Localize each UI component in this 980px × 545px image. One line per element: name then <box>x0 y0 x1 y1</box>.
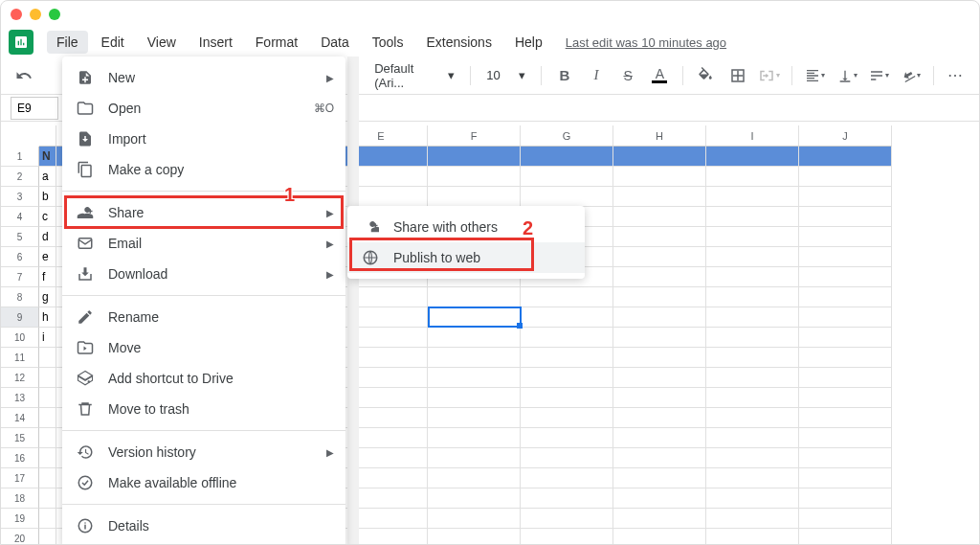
col-header[interactable]: F <box>428 125 521 147</box>
row-header[interactable]: 4 <box>1 207 39 227</box>
italic-button[interactable]: I <box>583 62 609 89</box>
row-header[interactable]: 15 <box>1 428 39 448</box>
cell[interactable] <box>521 509 613 529</box>
cell[interactable] <box>613 408 706 428</box>
row-header[interactable]: 17 <box>1 468 39 488</box>
menu-add-shortcut[interactable]: Add shortcut to Drive <box>62 363 345 394</box>
cell[interactable] <box>706 187 799 207</box>
row-header[interactable]: 3 <box>1 187 39 207</box>
cell[interactable] <box>706 348 799 368</box>
cell[interactable] <box>799 348 892 368</box>
cell[interactable] <box>799 488 892 509</box>
cell[interactable] <box>613 307 706 328</box>
cell[interactable] <box>521 488 613 509</box>
menu-insert[interactable]: Insert <box>189 31 242 54</box>
cell[interactable] <box>799 307 892 328</box>
cell[interactable] <box>521 328 613 348</box>
cell[interactable] <box>706 267 799 287</box>
cell[interactable] <box>706 408 799 428</box>
cell[interactable] <box>521 428 613 448</box>
cell[interactable] <box>39 509 56 529</box>
cell[interactable] <box>613 227 706 247</box>
minimize-window-button[interactable] <box>30 9 41 20</box>
row-header[interactable]: 2 <box>1 167 39 187</box>
merge-button[interactable]: ▾ <box>756 62 782 89</box>
cell[interactable] <box>39 368 56 388</box>
cell[interactable] <box>799 207 892 227</box>
cell[interactable] <box>706 167 799 187</box>
menu-new[interactable]: New▶ <box>62 62 345 93</box>
submenu-share-others[interactable]: Share with others <box>347 212 585 242</box>
cell[interactable] <box>428 348 521 368</box>
cell[interactable]: d <box>39 227 56 247</box>
cell[interactable] <box>613 147 706 167</box>
cell[interactable] <box>799 328 892 348</box>
font-selector[interactable]: Default (Ari... ▾ <box>368 61 460 90</box>
cell[interactable] <box>613 509 706 529</box>
wrap-button[interactable]: ▾ <box>866 62 892 89</box>
font-size-selector[interactable]: 10 ▾ <box>480 68 531 82</box>
row-header[interactable]: 12 <box>1 368 39 388</box>
cell[interactable] <box>613 247 706 267</box>
col-header[interactable]: G <box>521 125 613 147</box>
cell[interactable]: i <box>39 328 56 348</box>
menu-make-copy[interactable]: Make a copy <box>62 154 345 185</box>
cell[interactable] <box>428 448 521 468</box>
cell[interactable] <box>39 348 56 368</box>
cell[interactable] <box>613 529 706 545</box>
cell[interactable] <box>706 368 799 388</box>
menu-version-history[interactable]: Version history▶ <box>62 437 345 467</box>
cell[interactable] <box>799 267 892 287</box>
cell[interactable] <box>613 388 706 408</box>
cell[interactable]: N <box>39 147 56 167</box>
cell[interactable] <box>39 388 56 408</box>
cell[interactable] <box>39 408 56 428</box>
halign-button[interactable]: ▾ <box>802 62 828 89</box>
cell[interactable] <box>799 468 892 488</box>
close-window-button[interactable] <box>11 9 22 20</box>
cell[interactable] <box>428 287 521 307</box>
more-button[interactable]: ⋯ <box>944 62 969 89</box>
cell[interactable] <box>521 368 613 388</box>
maximize-window-button[interactable] <box>49 9 60 20</box>
col-header[interactable]: H <box>613 125 706 147</box>
cell[interactable] <box>428 428 521 448</box>
menu-rename[interactable]: Rename <box>62 302 345 332</box>
bold-button[interactable]: B <box>551 62 577 89</box>
cell[interactable] <box>428 529 521 545</box>
cell[interactable] <box>39 468 56 488</box>
cell[interactable] <box>799 167 892 187</box>
menu-offline[interactable]: Make available offline <box>62 467 345 498</box>
row-header[interactable]: 16 <box>1 448 39 468</box>
menu-file[interactable]: File <box>47 31 88 54</box>
cell[interactable]: g <box>39 287 56 307</box>
row-header[interactable]: 8 <box>1 287 39 307</box>
cell[interactable] <box>706 468 799 488</box>
cell[interactable] <box>428 328 521 348</box>
cell[interactable] <box>613 167 706 187</box>
cell[interactable] <box>706 147 799 167</box>
row-header[interactable]: 5 <box>1 227 39 247</box>
cell[interactable] <box>428 509 521 529</box>
cell[interactable] <box>39 529 56 545</box>
row-header[interactable]: 19 <box>1 509 39 529</box>
row-header[interactable]: 1 <box>1 147 39 167</box>
borders-button[interactable] <box>724 62 750 89</box>
col-header[interactable]: I <box>706 125 799 147</box>
sheets-logo[interactable] <box>9 30 33 55</box>
cell[interactable]: c <box>39 207 56 227</box>
text-color-button[interactable]: A <box>647 62 673 89</box>
cell[interactable] <box>428 368 521 388</box>
cell[interactable] <box>706 227 799 247</box>
menu-data[interactable]: Data <box>311 31 359 54</box>
menu-details[interactable]: Details <box>62 511 345 541</box>
row-header[interactable]: 20 <box>1 529 39 545</box>
cell[interactable]: f <box>39 267 56 287</box>
cell[interactable]: a <box>39 167 56 187</box>
cell[interactable] <box>521 348 613 368</box>
cell[interactable] <box>799 227 892 247</box>
cell[interactable] <box>428 488 521 509</box>
cell[interactable] <box>799 147 892 167</box>
cell[interactable] <box>613 328 706 348</box>
cell[interactable] <box>706 448 799 468</box>
